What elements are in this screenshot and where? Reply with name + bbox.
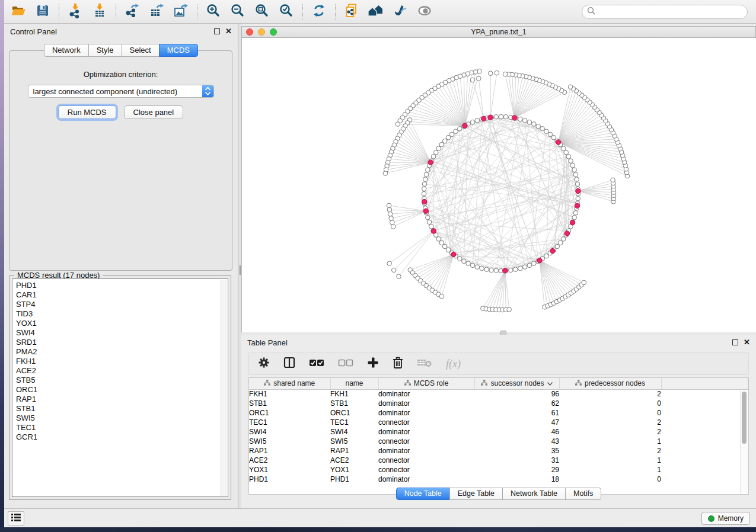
network-node[interactable] xyxy=(573,211,578,216)
table-cell[interactable]: 2 xyxy=(559,389,661,399)
network-node[interactable] xyxy=(532,122,537,127)
mcds-node[interactable] xyxy=(503,268,508,273)
table-cell[interactable]: 2 xyxy=(559,418,661,427)
network-node[interactable] xyxy=(561,146,566,151)
leaf-node[interactable] xyxy=(390,220,395,225)
network-node[interactable] xyxy=(475,118,480,123)
table-cell[interactable]: SWI5 xyxy=(330,437,378,446)
network-node[interactable] xyxy=(570,163,575,168)
network-node[interactable] xyxy=(544,129,549,134)
mcds-result-item[interactable]: GCR1 xyxy=(16,432,228,442)
leaf-node[interactable] xyxy=(387,203,391,208)
mcds-node[interactable] xyxy=(423,209,428,213)
network-node[interactable] xyxy=(503,114,508,119)
mcds-node[interactable] xyxy=(422,199,427,204)
network-node[interactable] xyxy=(422,191,426,196)
table-cell[interactable]: 18 xyxy=(474,475,559,484)
table-cell[interactable]: STB1 xyxy=(330,399,378,408)
table-cell[interactable]: YOX1 xyxy=(330,465,378,475)
mcds-result-item[interactable]: TID3 xyxy=(16,309,228,319)
network-node[interactable] xyxy=(575,182,580,187)
table-cell[interactable]: dominator xyxy=(378,399,474,408)
table-cell[interactable]: 47 xyxy=(474,418,559,427)
table-row[interactable]: PHD1PHD1dominator180 xyxy=(249,475,748,484)
function-builder-button[interactable]: f(x) xyxy=(446,358,461,370)
export-image-button[interactable] xyxy=(173,4,189,20)
table-row[interactable]: SWI5SWI5connector431 xyxy=(249,437,748,446)
leaf-node[interactable] xyxy=(611,178,615,182)
network-window-titlebar[interactable]: YPA_prune.txt_1 xyxy=(241,26,756,38)
table-row[interactable]: YOX1YOX1connector291 xyxy=(249,465,748,475)
leaf-node[interactable] xyxy=(582,280,586,285)
close-panel-icon[interactable]: ✕ xyxy=(225,28,232,34)
leaf-node[interactable] xyxy=(383,171,388,176)
import-network-button[interactable] xyxy=(67,4,84,20)
table-cell[interactable]: 1 xyxy=(559,437,661,446)
network-node[interactable] xyxy=(508,268,513,273)
mcds-node[interactable] xyxy=(537,258,542,262)
network-node[interactable] xyxy=(527,263,532,268)
network-node[interactable] xyxy=(436,237,441,242)
network-overview-button[interactable] xyxy=(368,4,384,20)
table-cell[interactable]: connector xyxy=(378,456,474,465)
leaf-node[interactable] xyxy=(397,274,401,279)
tab-style[interactable]: Style xyxy=(88,44,122,57)
mcds-node[interactable] xyxy=(451,252,456,257)
mcds-node[interactable] xyxy=(481,116,486,121)
mcds-result-item[interactable]: PMA2 xyxy=(16,347,228,357)
network-node[interactable] xyxy=(513,267,518,272)
table-cell[interactable]: 46 xyxy=(474,427,559,437)
network-node[interactable] xyxy=(569,159,573,164)
export-network-button[interactable] xyxy=(124,4,141,20)
run-mcds-button[interactable]: Run MCDS xyxy=(58,105,116,119)
network-node[interactable] xyxy=(518,117,523,121)
network-node[interactable] xyxy=(540,126,545,131)
table-row[interactable]: STB1STB1dominator620 xyxy=(249,399,748,408)
network-node[interactable] xyxy=(426,215,430,220)
network-node[interactable] xyxy=(442,244,447,249)
task-history-button[interactable] xyxy=(8,511,24,525)
network-node[interactable] xyxy=(561,237,566,242)
network-node[interactable] xyxy=(470,120,475,124)
mcds-node[interactable] xyxy=(575,203,579,208)
table-cell[interactable]: SWI5 xyxy=(249,437,330,446)
zoom-out-button[interactable] xyxy=(229,4,246,20)
mcds-node[interactable] xyxy=(570,220,575,225)
import-table-button[interactable] xyxy=(91,4,108,20)
mcds-result-item[interactable]: RAP1 xyxy=(16,395,228,404)
mcds-node[interactable] xyxy=(431,229,436,233)
table-cell[interactable]: dominator xyxy=(378,446,474,456)
network-node[interactable] xyxy=(470,263,475,268)
mcds-result-item[interactable]: SRD1 xyxy=(16,338,228,347)
table-tab-node-table[interactable]: Node Table xyxy=(396,488,450,500)
network-node[interactable] xyxy=(429,225,434,229)
network-node[interactable] xyxy=(575,177,579,182)
network-node[interactable] xyxy=(424,172,429,177)
network-node[interactable] xyxy=(427,220,432,225)
network-node[interactable] xyxy=(484,267,489,272)
network-node[interactable] xyxy=(422,182,427,187)
hide-labels-button[interactable] xyxy=(392,4,409,20)
mcds-node[interactable] xyxy=(428,160,433,165)
delete-table-button[interactable] xyxy=(417,357,432,370)
leaf-node[interactable] xyxy=(391,225,396,229)
network-node[interactable] xyxy=(536,124,541,129)
network-node[interactable] xyxy=(426,168,430,172)
table-cell[interactable]: 31 xyxy=(474,456,559,465)
table-cell[interactable]: 0 xyxy=(559,399,661,408)
table-cell[interactable]: RAP1 xyxy=(249,446,330,456)
result-list-scrollbar[interactable] xyxy=(221,280,227,496)
table-cell[interactable]: dominator xyxy=(378,427,474,437)
mcds-result-item[interactable]: STB1 xyxy=(16,404,228,414)
graphics-details-button[interactable] xyxy=(416,4,433,20)
table-cell[interactable]: 29 xyxy=(474,465,559,475)
network-node[interactable] xyxy=(446,248,451,252)
table-scrollbar[interactable] xyxy=(740,390,748,493)
table-cell[interactable]: PHD1 xyxy=(330,475,378,484)
column-header-shared-name[interactable]: shared name xyxy=(249,378,330,389)
leaf-node[interactable] xyxy=(395,122,400,127)
network-node[interactable] xyxy=(449,132,454,137)
table-row[interactable]: FKH1FKH1dominator962 xyxy=(249,389,748,399)
network-node[interactable] xyxy=(558,241,563,245)
zoom-selected-button[interactable] xyxy=(278,4,295,20)
